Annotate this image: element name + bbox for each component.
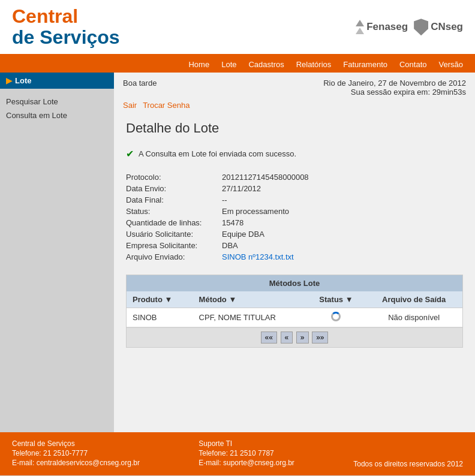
- status-label: Status:: [126, 207, 222, 216]
- detail-qtd-linhas: Quantidade de linhas: 15478: [126, 217, 463, 228]
- data-envio-value: 27/11/2012: [222, 184, 261, 193]
- nav-versao[interactable]: Versão: [433, 56, 469, 73]
- greeting-text: Boa tarde: [123, 79, 157, 88]
- footer-col2-email: E-mail: suporte@cnseg.org.br: [199, 459, 294, 467]
- cell-arquivo-saida: Não disponível: [365, 308, 462, 327]
- data-final-label: Data Final:: [126, 195, 222, 204]
- page-title: Detalhe do Lote: [126, 120, 463, 136]
- fenaseg-label: Fenaseg: [366, 21, 408, 33]
- main-content: Boa tarde Rio de Janeiro, 27 de Novembro…: [114, 73, 475, 432]
- methods-table: Produto ▼ Método ▼ Status ▼ Arquivo de S…: [127, 291, 462, 327]
- detail-protocolo: Protocolo: 20121127145458000008: [126, 171, 463, 183]
- cell-produto: SINOB: [127, 308, 193, 327]
- checkmark-icon: ✔: [126, 148, 134, 159]
- footer-col2: Suporte TI Telefone: 21 2510 7787 E-mail…: [199, 439, 294, 468]
- detail-data-envio: Data Envio: 27/11/2012: [126, 183, 463, 194]
- sidebar-item-consulta-em-lote[interactable]: Consulta em Lote: [6, 109, 108, 122]
- detail-usuario: Usuário Solicitante: Equipe DBA: [126, 228, 463, 240]
- footer-col1-email: E-mail: centraldeservicos@cnseg.org.br: [12, 459, 140, 467]
- status-value: Em processamento: [222, 207, 289, 216]
- nav-faturamento[interactable]: Faturamento: [337, 56, 393, 73]
- nav-contato[interactable]: Contato: [393, 56, 433, 73]
- qtd-linhas-label: Quantidade de linhas:: [126, 218, 222, 227]
- arquivo-link[interactable]: SINOB nº1234.txt.txt: [222, 252, 294, 261]
- sort-status-icon[interactable]: ▼: [345, 295, 353, 304]
- pagination: «« « » »»: [127, 327, 462, 347]
- footer: Central de Serviços Telefone: 21 2510-77…: [0, 432, 475, 475]
- cnseg-logo: CNseg: [414, 19, 463, 35]
- links-bar: Sair Trocar Senha: [114, 100, 475, 115]
- success-text: A Consulta em Lote foi enviada com suces…: [139, 149, 296, 158]
- sidebar-arrow-icon: ▶: [6, 76, 12, 85]
- detail-status: Status: Em processamento: [126, 206, 463, 217]
- col-status: Status ▼: [307, 291, 366, 308]
- pagination-prev[interactable]: «: [281, 332, 293, 344]
- methods-table-header: Métodos Lote: [127, 275, 462, 291]
- sidebar-section-label: Lote: [15, 76, 31, 85]
- protocolo-value: 20121127145458000008: [222, 173, 309, 182]
- detail-arquivo: Arquivo Enviado: SINOB nº1234.txt.txt: [126, 251, 463, 263]
- pagination-last[interactable]: »»: [312, 332, 328, 344]
- col-arquivo-saida: Arquivo de Saída: [365, 291, 462, 308]
- sort-metodo-icon[interactable]: ▼: [229, 295, 236, 304]
- sidebar-item-pesquisar-lote[interactable]: Pesquisar Lote: [6, 95, 108, 109]
- methods-table-header-row: Produto ▼ Método ▼ Status ▼ Arquivo de S…: [127, 291, 462, 308]
- sidebar-section-header: ▶ Lote: [0, 73, 114, 89]
- logo-central: Central: [12, 6, 120, 27]
- footer-col1: Central de Serviços Telefone: 21 2510-77…: [12, 439, 140, 468]
- col-metodo: Método ▼: [193, 291, 307, 308]
- sort-produto-icon[interactable]: ▼: [164, 295, 172, 304]
- data-envio-label: Data Envio:: [126, 184, 222, 193]
- nav-lote[interactable]: Lote: [215, 56, 242, 73]
- logo-partners: Fenaseg CNseg: [356, 19, 463, 35]
- header: Central de Serviços Fenaseg CNseg: [0, 0, 475, 56]
- empresa-label: Empresa Solicitante:: [126, 241, 222, 250]
- layout: ▶ Lote Pesquisar Lote Consulta em Lote B…: [0, 73, 475, 432]
- cell-metodo: CPF, NOME TITULAR: [193, 308, 307, 327]
- session-expiry-text: Sua sessão expira em: 29min53s: [323, 88, 466, 97]
- methods-section: Métodos Lote Produto ▼ Método ▼ Status ▼: [126, 275, 463, 348]
- footer-col1-name: Central de Serviços: [12, 439, 140, 448]
- footer-col1-phone: Telefone: 21 2510-7777: [12, 449, 140, 457]
- navbar: Home Lote Cadastros Relatórios Faturamen…: [0, 56, 475, 73]
- cnseg-shield-icon: [414, 19, 428, 35]
- cell-status: [307, 308, 366, 327]
- fenaseg-logo: Fenaseg: [356, 20, 408, 34]
- usuario-label: Usuário Solicitante:: [126, 230, 222, 239]
- pagination-first[interactable]: ««: [261, 332, 277, 344]
- nav-cadastros[interactable]: Cadastros: [242, 56, 290, 73]
- detail-table: Protocolo: 20121127145458000008 Data Env…: [126, 171, 463, 263]
- logo: Central de Serviços: [12, 6, 120, 48]
- arquivo-label: Arquivo Enviado:: [126, 252, 222, 261]
- sidebar: ▶ Lote Pesquisar Lote Consulta em Lote: [0, 73, 114, 432]
- logo-de-servicos: de Serviços: [12, 27, 120, 48]
- date-text: Rio de Janeiro, 27 de Novembro de 2012: [323, 79, 466, 88]
- top-bar: Boa tarde Rio de Janeiro, 27 de Novembro…: [114, 73, 475, 100]
- footer-col2-phone: Telefone: 21 2510 7787: [199, 449, 294, 457]
- col-produto: Produto ▼: [127, 291, 193, 308]
- usuario-value: Equipe DBA: [222, 230, 264, 239]
- qtd-linhas-value: 15478: [222, 218, 243, 227]
- pagination-next[interactable]: »: [296, 332, 309, 344]
- spinner-icon: [331, 312, 341, 321]
- session-info: Rio de Janeiro, 27 de Novembro de 2012 S…: [323, 79, 466, 97]
- protocolo-label: Protocolo:: [126, 173, 222, 182]
- success-message: ✔ A Consulta em Lote foi enviada com suc…: [126, 145, 463, 162]
- empresa-value: DBA: [222, 241, 238, 250]
- data-final-value: --: [222, 195, 227, 204]
- footer-rights: Todos os direitos reservados 2012: [353, 460, 463, 468]
- arquivo-value: SINOB nº1234.txt.txt: [222, 252, 294, 261]
- footer-col2-name: Suporte TI: [199, 439, 294, 448]
- cnseg-label: CNseg: [431, 21, 463, 33]
- fenaseg-triangle-icon: [356, 20, 364, 34]
- logo-text: Central de Serviços: [12, 6, 120, 48]
- sair-link[interactable]: Sair: [123, 101, 137, 110]
- sidebar-menu: Pesquisar Lote Consulta em Lote: [0, 95, 114, 122]
- detail-data-final: Data Final: --: [126, 194, 463, 206]
- trocar-senha-link[interactable]: Trocar Senha: [143, 101, 190, 110]
- nav-home[interactable]: Home: [182, 56, 215, 73]
- detail-empresa: Empresa Solicitante: DBA: [126, 240, 463, 251]
- nav-relatorios[interactable]: Relatórios: [290, 56, 338, 73]
- table-row: SINOB CPF, NOME TITULAR Não disponível: [127, 308, 462, 327]
- content-area: Detalhe do Lote ✔ A Consulta em Lote foi…: [114, 115, 475, 360]
